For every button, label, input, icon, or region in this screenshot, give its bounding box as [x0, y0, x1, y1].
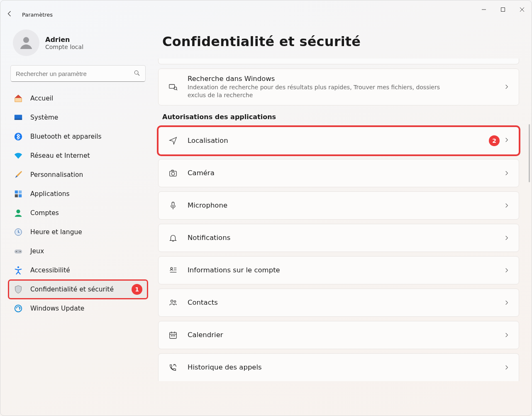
location-icon — [168, 135, 178, 146]
chevron-right-icon — [504, 365, 510, 370]
sidebar-item-system[interactable]: Système — [9, 108, 147, 127]
sidebar-item-label: Bluetooth et appareils — [30, 133, 102, 140]
svg-rect-11 — [19, 191, 22, 193]
sidebar-item-label: Système — [30, 114, 58, 121]
svg-point-39 — [173, 335, 173, 336]
window-controls — [474, 0, 532, 17]
svg-rect-27 — [172, 202, 174, 206]
shield-icon — [14, 285, 23, 294]
chevron-right-icon — [504, 170, 510, 176]
setting-row-calendar[interactable]: Calendrier — [158, 321, 519, 349]
svg-point-5 — [134, 71, 138, 74]
setting-title: Localisation — [188, 137, 228, 144]
setting-subtitle: Indexation de recherche pour des résulta… — [188, 83, 453, 99]
search-windows-icon — [168, 81, 178, 92]
sidebar-item-time-language[interactable]: Heure et langue — [9, 223, 147, 241]
sidebar-item-label: Accessibilité — [30, 267, 70, 274]
microphone-icon — [168, 200, 178, 211]
home-icon — [14, 94, 23, 103]
setting-row-contacts[interactable]: Contacts — [158, 289, 519, 317]
clock-icon — [14, 228, 23, 237]
svg-rect-26 — [171, 170, 173, 171]
svg-line-6 — [138, 74, 139, 76]
sidebar-item-network[interactable]: Réseau et Internet — [9, 147, 147, 165]
svg-rect-21 — [169, 85, 175, 88]
setting-title: Informations sur le compte — [188, 266, 280, 274]
svg-point-38 — [171, 335, 172, 336]
setting-title: Recherche dans Windows — [188, 75, 453, 83]
setting-row-search-windows[interactable]: Recherche dans Windows Indexation de rec… — [158, 69, 519, 105]
setting-title: Contacts — [188, 299, 218, 306]
svg-line-23 — [176, 89, 177, 90]
setting-title: Historique des appels — [188, 363, 262, 371]
svg-rect-12 — [15, 194, 18, 197]
svg-point-32 — [171, 300, 173, 302]
sidebar-item-accessibility[interactable]: Accessibilité — [9, 261, 147, 279]
sidebar-item-label: Windows Update — [30, 305, 84, 312]
wifi-icon — [14, 151, 23, 160]
sidebar-item-label: Comptes — [30, 209, 59, 217]
section-label: Autorisations des applications — [162, 113, 520, 121]
svg-point-18 — [20, 251, 20, 252]
system-icon — [14, 113, 23, 122]
chevron-right-icon — [504, 203, 510, 208]
profile-name: Adrien — [45, 36, 83, 44]
setting-row-camera[interactable]: Caméra — [158, 159, 519, 187]
back-button[interactable] — [6, 10, 14, 19]
sidebar-item-label: Heure et langue — [30, 228, 82, 236]
svg-point-25 — [171, 172, 174, 175]
svg-point-4 — [23, 37, 29, 43]
annotation-badge-2: 2 — [489, 135, 500, 146]
calendar-icon — [168, 330, 178, 340]
account-icon — [14, 208, 23, 218]
header-row: Paramètres — [6, 8, 53, 21]
svg-point-33 — [174, 301, 176, 302]
setting-row-account-info[interactable]: Informations sur le compte — [158, 256, 519, 284]
chevron-right-icon — [504, 84, 510, 90]
sidebar-item-apps[interactable]: Applications — [9, 185, 147, 203]
bluetooth-icon — [14, 132, 23, 141]
profile-subtitle: Compte local — [45, 44, 83, 50]
svg-rect-13 — [19, 194, 22, 197]
brush-icon — [14, 170, 23, 179]
maximize-button[interactable] — [493, 5, 512, 15]
setting-row-microphone[interactable]: Microphone — [158, 191, 519, 220]
sidebar-item-label: Personnalisation — [30, 171, 83, 179]
sidebar-item-label: Accueil — [30, 95, 53, 102]
minimize-button[interactable] — [474, 5, 493, 15]
setting-row-call-history[interactable]: Historique des appels — [158, 353, 519, 381]
setting-title: Notifications — [188, 234, 230, 242]
close-button[interactable] — [512, 5, 532, 15]
setting-row-notifications[interactable]: Notifications — [158, 224, 519, 252]
svg-point-14 — [16, 210, 20, 213]
setting-title: Caméra — [188, 169, 215, 177]
accessibility-icon — [14, 266, 23, 275]
chevron-right-icon — [504, 267, 510, 273]
sidebar-item-windows-update[interactable]: Windows Update — [9, 299, 147, 318]
svg-rect-1 — [501, 8, 505, 12]
setting-title: Calendrier — [188, 331, 223, 339]
account-info-icon — [168, 265, 178, 276]
sidebar-item-gaming[interactable]: Jeux — [9, 242, 147, 260]
scrollbar[interactable] — [529, 124, 530, 182]
svg-point-19 — [17, 267, 19, 268]
gamepad-icon — [14, 247, 23, 256]
sidebar-item-personalization[interactable]: Personnalisation — [9, 166, 147, 184]
search-input[interactable] — [16, 70, 140, 77]
sidebar-item-home[interactable]: Accueil — [9, 89, 147, 108]
apps-icon — [14, 189, 23, 198]
sidebar-item-privacy[interactable]: Confidentialité et sécurité 1 — [9, 280, 147, 299]
chevron-right-icon — [504, 137, 510, 144]
profile-block[interactable]: Adrien Compte local — [9, 29, 147, 56]
setting-row-location[interactable]: Localisation 2 — [158, 127, 519, 155]
sidebar-item-bluetooth[interactable]: Bluetooth et appareils — [9, 127, 147, 146]
contacts-icon — [168, 297, 178, 308]
svg-rect-10 — [15, 191, 18, 193]
partial-card-top — [158, 59, 519, 64]
sidebar-item-accounts[interactable]: Comptes — [9, 204, 147, 222]
svg-point-17 — [16, 251, 17, 252]
search-box[interactable] — [10, 65, 146, 82]
chevron-right-icon — [504, 300, 510, 306]
call-history-icon — [168, 362, 178, 373]
sidebar-item-label: Réseau et Internet — [30, 152, 90, 159]
